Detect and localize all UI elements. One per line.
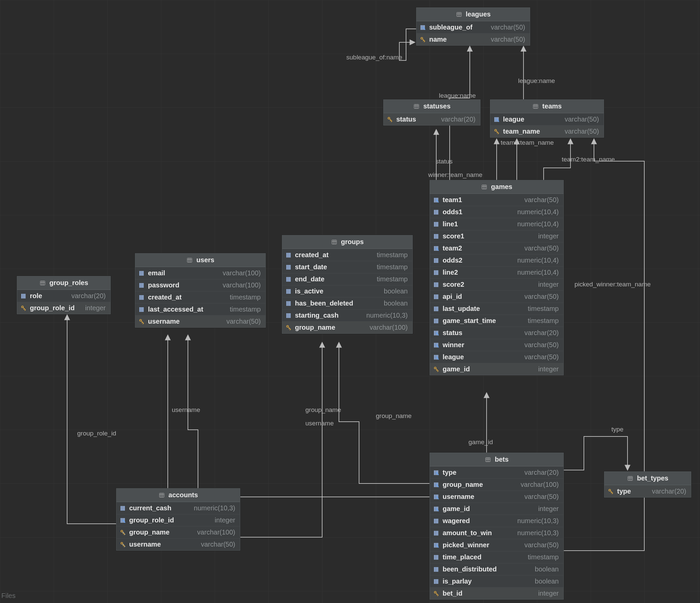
column-row[interactable]: leaguevarchar(50): [490, 113, 604, 125]
svg-rect-55: [437, 294, 438, 299]
column-type: numeric(10,3): [367, 312, 408, 319]
column-row[interactable]: leaguevarchar(50): [430, 351, 564, 363]
column-row[interactable]: statusvarchar(20): [383, 113, 480, 125]
column-row[interactable]: starting_cashnumeric(10,3): [282, 309, 412, 321]
column-row[interactable]: amount_to_winnumeric(10,3): [430, 527, 564, 539]
table-title: leagues: [466, 10, 491, 18]
column-row[interactable]: team2varchar(50): [430, 242, 564, 254]
table-accounts[interactable]: accountscurrent_cashnumeric(10,3)group_r…: [116, 488, 240, 551]
column-type: varchar(20): [525, 329, 559, 337]
table-bets[interactable]: betstypevarchar(20)group_namevarchar(100…: [429, 453, 564, 600]
table-header[interactable]: users: [135, 254, 266, 267]
column-row[interactable]: start_datetimestamp: [282, 261, 412, 273]
column-row[interactable]: usernamevarchar(50): [430, 490, 564, 503]
column-row[interactable]: team1varchar(50): [430, 194, 564, 206]
edge-label: status: [435, 158, 453, 165]
column-row[interactable]: score1integer: [430, 230, 564, 242]
edge-label: group_role_id: [77, 430, 116, 437]
table-statuses[interactable]: statusesstatusvarchar(20): [383, 99, 480, 126]
column-row[interactable]: group_role_idinteger: [117, 514, 240, 526]
column-name: email: [148, 269, 165, 277]
table-leagues[interactable]: leaguessubleague_ofvarchar(50)namevarcha…: [416, 7, 530, 46]
column-name: game_id: [443, 505, 470, 513]
column-row[interactable]: group_namevarchar(100): [117, 526, 240, 538]
column-row[interactable]: last_updatetimestamp: [430, 303, 564, 315]
column-type: numeric(10,3): [518, 517, 559, 525]
column-row[interactable]: typevarchar(20): [430, 466, 564, 478]
column-type: varchar(100): [521, 481, 559, 488]
column-row[interactable]: passwordvarchar(100): [135, 279, 266, 291]
svg-point-74: [434, 367, 436, 369]
column-row[interactable]: usernamevarchar(50): [117, 538, 240, 550]
column-row[interactable]: end_datetimestamp: [282, 273, 412, 285]
column-row[interactable]: score2integer: [430, 278, 564, 290]
table-teams[interactable]: teamsleaguevarchar(50)team_namevarchar(5…: [490, 99, 604, 138]
column-row[interactable]: subleague_ofvarchar(50): [417, 21, 530, 33]
column-col-icon: [21, 293, 27, 299]
column-row[interactable]: group_namevarchar(100): [282, 321, 412, 333]
svg-rect-178: [628, 477, 633, 480]
column-pk-icon: [494, 128, 500, 135]
column-fk-icon: [494, 116, 500, 123]
column-row[interactable]: odds1numeric(10,4): [430, 206, 564, 218]
column-name: team_name: [503, 127, 540, 135]
table-header[interactable]: teams: [490, 100, 604, 113]
table-header[interactable]: statuses: [383, 100, 480, 113]
column-row[interactable]: wagerednumeric(10,3): [430, 515, 564, 527]
table-users[interactable]: usersemailvarchar(100)passwordvarchar(10…: [135, 253, 266, 328]
table-header[interactable]: groups: [282, 235, 412, 249]
column-row[interactable]: typevarchar(20): [604, 485, 691, 497]
column-row[interactable]: current_cashnumeric(10,3): [117, 502, 240, 514]
table-icon: [481, 184, 488, 190]
table-title: users: [196, 256, 214, 264]
column-row[interactable]: group_namevarchar(100): [430, 478, 564, 490]
table-group_roles[interactable]: group_rolesrolevarchar(20)group_role_idi…: [17, 276, 111, 314]
column-row[interactable]: statusvarchar(20): [430, 327, 564, 339]
table-header[interactable]: games: [430, 180, 564, 194]
column-row[interactable]: created_attimestamp: [135, 291, 266, 303]
column-row[interactable]: been_distributedboolean: [430, 563, 564, 575]
column-type: timestamp: [377, 251, 408, 259]
column-row[interactable]: usernamevarchar(50): [135, 315, 266, 327]
table-header[interactable]: group_roles: [17, 276, 110, 290]
column-row[interactable]: team_namevarchar(50): [490, 125, 604, 137]
column-row[interactable]: emailvarchar(100): [135, 267, 266, 279]
column-row[interactable]: picked_winnervarchar(50): [430, 539, 564, 551]
table-header[interactable]: leagues: [417, 8, 530, 21]
table-header[interactable]: accounts: [117, 488, 240, 502]
column-row[interactable]: line2numeric(10,4): [430, 266, 564, 278]
column-row[interactable]: odds2numeric(10,4): [430, 254, 564, 266]
svg-rect-51: [435, 282, 436, 287]
table-games[interactable]: gamesteam1varchar(50)odds1numeric(10,4)l…: [429, 180, 564, 376]
column-name: group_name: [443, 481, 483, 488]
column-type: timestamp: [230, 293, 261, 301]
diagram-canvas[interactable]: leaguessubleague_ofvarchar(50)namevarcha…: [0, 0, 700, 603]
column-row[interactable]: game_idinteger: [430, 503, 564, 515]
table-icon: [158, 492, 165, 499]
column-row[interactable]: line1numeric(10,4): [430, 218, 564, 230]
column-row[interactable]: api_idvarchar(50): [430, 290, 564, 303]
column-name: league: [503, 116, 524, 123]
table-groups[interactable]: groupscreated_attimestampstart_datetimes…: [282, 235, 413, 334]
column-row[interactable]: last_accessed_attimestamp: [135, 303, 266, 315]
column-row[interactable]: bet_idinteger: [430, 587, 564, 599]
column-row[interactable]: game_start_timetimestamp: [430, 315, 564, 327]
table-title: groups: [341, 238, 364, 246]
table-bet_types[interactable]: bet_typestypevarchar(20): [604, 472, 691, 498]
column-type: varchar(50): [565, 116, 599, 123]
svg-rect-93: [290, 301, 291, 306]
column-row[interactable]: has_been_deletedboolean: [282, 297, 412, 309]
svg-rect-75: [332, 240, 336, 244]
table-header[interactable]: bet_types: [604, 472, 691, 485]
column-row[interactable]: namevarchar(50): [417, 33, 530, 45]
table-header[interactable]: bets: [430, 453, 564, 466]
column-row[interactable]: winnervarchar(50): [430, 339, 564, 351]
column-row[interactable]: is_parlayboolean: [430, 575, 564, 587]
column-row[interactable]: group_role_idinteger: [17, 302, 110, 314]
column-row[interactable]: game_idinteger: [430, 363, 564, 375]
column-row[interactable]: is_activeboolean: [282, 285, 412, 297]
column-row[interactable]: rolevarchar(20): [17, 290, 110, 302]
column-row[interactable]: created_attimestamp: [282, 249, 412, 261]
column-name: league: [443, 353, 464, 361]
column-row[interactable]: time_placedtimestamp: [430, 551, 564, 563]
